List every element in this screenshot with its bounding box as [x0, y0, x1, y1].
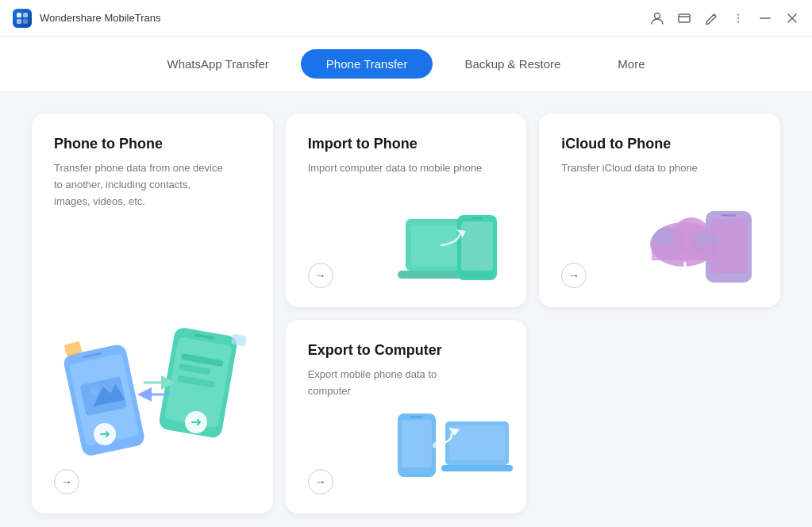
phone-to-phone-illustration [49, 299, 256, 466]
phone-to-phone-desc: Transfer phone data from one device to a… [54, 160, 229, 210]
phone-to-phone-title: Phone to Phone [54, 136, 251, 152]
app-title: Wondershare MobileTrans [40, 12, 160, 24]
tab-backup-restore[interactable]: Backup & Restore [439, 49, 586, 79]
titlebar-left: Wondershare MobileTrans [13, 9, 160, 28]
main-content: Phone to Phone Transfer phone data from … [0, 91, 812, 527]
minimize-icon[interactable] [758, 11, 772, 25]
svg-point-4 [655, 13, 660, 18]
svg-rect-39 [652, 244, 718, 260]
card-import-to-phone[interactable]: Import to Phone Import computer data to … [286, 113, 527, 307]
icloud-to-phone-arrow[interactable]: → [561, 263, 587, 288]
tab-whatsapp-transfer[interactable]: WhatsApp Transfer [141, 49, 294, 79]
icloud-to-phone-title: iCloud to Phone [561, 136, 758, 152]
svg-rect-3 [23, 19, 28, 24]
export-to-computer-arrow[interactable]: → [308, 469, 333, 494]
card-export-to-computer[interactable]: Export to Computer Export mobile phone d… [286, 320, 527, 514]
svg-rect-43 [410, 416, 423, 418]
export-to-computer-title: Export to Computer [308, 342, 505, 359]
svg-point-7 [737, 17, 739, 19]
tab-more[interactable]: More [592, 49, 670, 79]
import-to-phone-desc: Import computer data to mobile phone [308, 160, 483, 177]
titlebar: Wondershare MobileTrans [0, 0, 812, 37]
tab-phone-transfer[interactable]: Phone Transfer [301, 49, 433, 79]
svg-rect-30 [471, 217, 483, 219]
svg-rect-29 [461, 221, 493, 271]
phone-to-phone-arrow[interactable]: → [54, 469, 79, 494]
svg-rect-46 [441, 465, 513, 471]
svg-rect-0 [17, 13, 21, 17]
svg-point-6 [737, 13, 739, 15]
edit-icon[interactable] [704, 11, 718, 25]
svg-point-8 [737, 21, 739, 22]
svg-rect-2 [17, 19, 21, 24]
icloud-to-phone-desc: Transfer iCloud data to phone [561, 160, 736, 177]
card-phone-to-phone[interactable]: Phone to Phone Transfer phone data from … [32, 113, 273, 514]
titlebar-controls [650, 11, 799, 25]
svg-rect-1 [23, 13, 28, 17]
export-to-computer-desc: Export mobile phone data to computer [308, 367, 483, 400]
import-to-phone-arrow[interactable]: → [308, 263, 333, 288]
export-illustration [390, 398, 517, 504]
window-icon[interactable] [677, 11, 691, 25]
card-icloud-to-phone[interactable]: iCloud to Phone Transfer iCloud data to … [539, 113, 780, 307]
import-to-phone-title: Import to Phone [308, 136, 505, 152]
icloud-illustration [644, 191, 771, 298]
import-illustration [390, 191, 517, 298]
svg-marker-40 [679, 273, 691, 281]
close-icon[interactable] [785, 11, 799, 25]
person-icon[interactable] [650, 11, 664, 25]
svg-point-48 [433, 442, 439, 448]
svg-rect-5 [679, 14, 690, 22]
menu-icon[interactable] [731, 11, 745, 25]
svg-rect-42 [402, 420, 432, 467]
svg-rect-34 [722, 214, 736, 217]
app-icon [13, 9, 32, 28]
nav-bar: WhatsApp Transfer Phone Transfer Backup … [0, 37, 812, 91]
